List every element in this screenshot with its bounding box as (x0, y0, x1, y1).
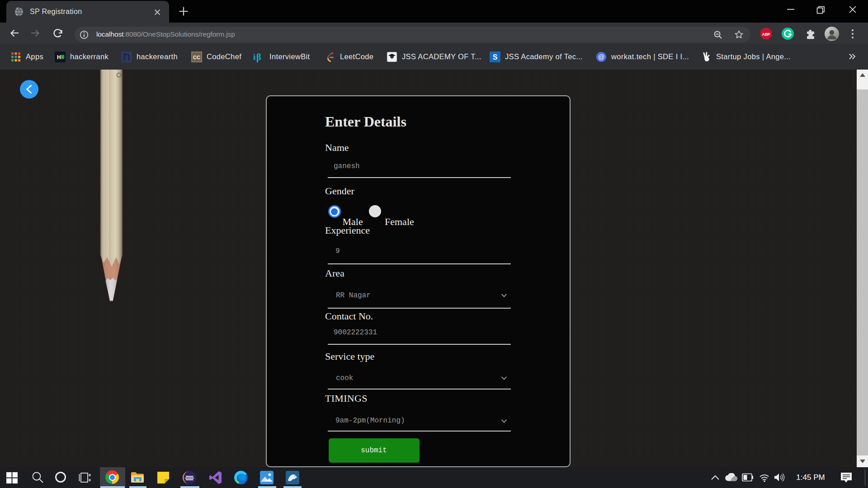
svg-text:ABP: ABP (762, 32, 770, 37)
svg-text:@: @ (598, 53, 604, 61)
svg-text:i: i (253, 52, 255, 62)
svg-text:S: S (493, 53, 498, 61)
svg-text:CC: CC (193, 54, 200, 60)
svg-text:β: β (256, 52, 261, 62)
svg-text:H: H (57, 54, 61, 61)
